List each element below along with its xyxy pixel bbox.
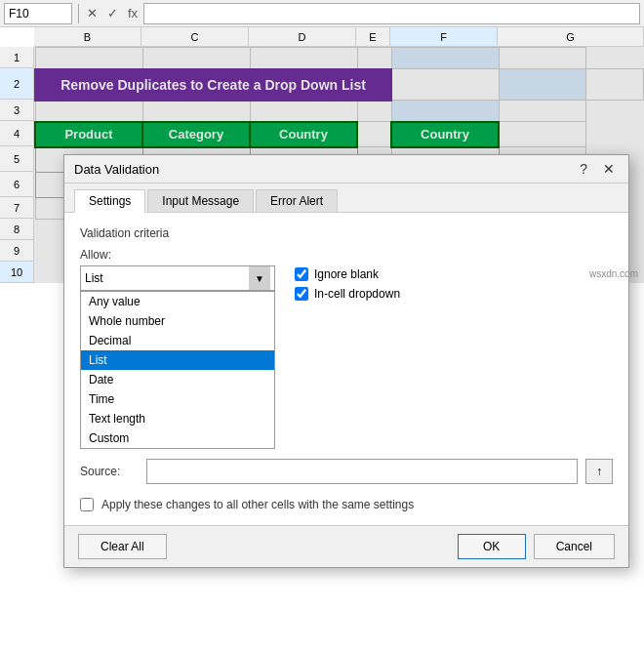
dialog-controls: ? ✕ <box>576 161 619 177</box>
allow-row: Allow: List ▼ <box>80 248 613 449</box>
dropdown-item-text-length[interactable]: Text length <box>81 409 274 428</box>
dialog-titlebar: Data Validation ? ✕ <box>64 155 628 183</box>
dropdown-item-any-value[interactable]: Any value <box>81 292 274 311</box>
source-input[interactable] <box>146 459 578 484</box>
dialog-tabs: Settings Input Message Error Alert <box>64 183 628 213</box>
ignore-blank-checkbox[interactable] <box>295 267 308 281</box>
data-validation-dialog: Data Validation ? ✕ Settings <box>63 154 629 568</box>
dialog-title: Data Validation <box>74 162 159 177</box>
cell-ref-box[interactable]: F10 <box>4 3 72 24</box>
dropdown-item-time[interactable]: Time <box>81 389 274 409</box>
col-header-e: E <box>356 27 390 46</box>
dropdown-item-whole-number[interactable]: Whole number <box>81 311 274 331</box>
clear-all-button[interactable]: Clear All <box>78 534 167 559</box>
cell-ref-value: F10 <box>9 7 29 20</box>
source-label: Source: <box>80 465 139 478</box>
spreadsheet-body: 1 2 3 4 5 6 7 8 9 10 <box>0 47 644 283</box>
dropdown-item-custom[interactable]: Custom <box>81 428 274 448</box>
allow-left: Allow: List ▼ <box>80 248 275 449</box>
cancel-button[interactable]: Cancel <box>534 534 615 559</box>
dropdown-item-decimal[interactable]: Decimal <box>81 331 274 350</box>
spreadsheet: B C D E F G 1 2 3 4 5 6 7 8 9 10 <box>0 27 644 651</box>
dropdown-item-list[interactable]: List <box>81 350 274 370</box>
dialog-help-button[interactable]: ? <box>576 161 591 177</box>
in-cell-dropdown-label: In-cell dropdown <box>314 287 400 301</box>
source-expand-button[interactable]: ↑ <box>585 459 613 484</box>
ok-button[interactable]: OK <box>458 534 526 559</box>
row-header-9: 9 <box>0 240 33 262</box>
allow-label: Allow: <box>80 248 275 262</box>
formula-bar-divider <box>78 4 79 23</box>
formula-function-icon[interactable]: fx <box>126 4 140 22</box>
row-header-2: 2 <box>0 68 33 100</box>
formula-cancel-icon[interactable]: ✕ <box>85 4 100 22</box>
col-header-c: C <box>141 27 249 46</box>
dropdown-list: Any value Whole number Decimal <box>80 291 275 449</box>
row-header-8: 8 <box>0 219 33 240</box>
footer-left: Clear All <box>78 534 167 559</box>
row-headers: 1 2 3 4 5 6 7 8 9 10 <box>0 47 34 283</box>
checkboxes-right: Ignore blank In-cell dropdown <box>295 267 400 301</box>
dialog-close-button[interactable]: ✕ <box>599 161 619 177</box>
ignore-blank-row: Ignore blank <box>295 267 400 281</box>
tab-input-message[interactable]: Input Message <box>147 189 254 212</box>
in-cell-dropdown-checkbox[interactable] <box>295 287 308 301</box>
row-header-10: 10 <box>0 262 33 283</box>
allow-dropdown-value: List <box>85 271 103 285</box>
row-header-4: 4 <box>0 121 33 146</box>
dropdown-item-date[interactable]: Date <box>81 370 274 389</box>
dialog-footer: Clear All OK Cancel <box>64 525 628 567</box>
formula-bar: F10 ✕ ✓ fx <box>0 0 644 27</box>
dropdown-arrow-icon: ▼ <box>249 266 270 290</box>
allow-dropdown[interactable]: List ▼ <box>80 265 275 291</box>
ignore-blank-label: Ignore blank <box>314 267 379 281</box>
validation-criteria-label: Validation criteria <box>80 226 613 240</box>
modal-overlay: Data Validation ? ✕ Settings <box>34 47 644 283</box>
footer-right: OK Cancel <box>458 534 615 559</box>
col-header-g: G <box>498 27 644 46</box>
row-header-5: 5 <box>0 146 33 172</box>
apply-label: Apply these changes to all other cells w… <box>101 498 414 511</box>
tab-settings[interactable]: Settings <box>74 189 145 213</box>
source-row: Source: ↑ <box>80 459 613 484</box>
row-header-3: 3 <box>0 100 33 121</box>
row-header-1: 1 <box>0 47 33 68</box>
dialog-body: Validation criteria Allow: List ▼ <box>64 213 628 525</box>
tab-error-alert[interactable]: Error Alert <box>256 189 338 212</box>
col-headers-row: B C D E F G <box>34 27 644 47</box>
source-expand-icon: ↑ <box>596 465 602 478</box>
in-cell-dropdown-row: In-cell dropdown <box>295 287 400 301</box>
grid-area: Remove Duplicates to Create a Drop Down … <box>34 47 644 283</box>
apply-checkbox[interactable] <box>80 498 94 511</box>
col-header-f: F <box>390 27 498 46</box>
formula-confirm-icon[interactable]: ✓ <box>105 4 120 22</box>
col-header-b: B <box>34 27 141 46</box>
excel-window: F10 ✕ ✓ fx B C D E F G 1 2 3 4 <box>0 0 644 651</box>
allow-dropdown-container: List ▼ Any value <box>80 265 275 449</box>
watermark: wsxdn.com <box>589 268 638 279</box>
row-header-6: 6 <box>0 172 33 197</box>
formula-input[interactable] <box>143 3 640 24</box>
col-header-d: D <box>249 27 356 46</box>
row-header-7: 7 <box>0 197 33 219</box>
formula-icons: ✕ ✓ fx <box>85 4 140 22</box>
apply-row: Apply these changes to all other cells w… <box>80 498 613 511</box>
